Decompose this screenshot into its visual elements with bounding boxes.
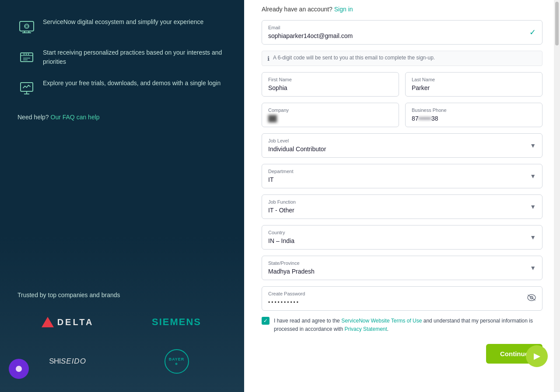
personalized-icon [18,48,36,66]
svg-point-6 [26,54,27,55]
sign-in-link[interactable]: Sign in [334,6,353,13]
feature-personalized: Start receiving personalized practices b… [18,48,227,66]
company-phone-row: Company ██ Business Phone 87••••••38 [262,103,542,133]
business-phone-value: 87••••••38 [412,115,438,122]
privacy-statement-link[interactable]: Privacy Statement [344,326,387,332]
info-message: A 6-digit code will be sent to you at th… [273,55,435,61]
trusted-title: Trusted by top companies and brands [18,291,227,298]
password-field[interactable]: Create Password •••••••••• [262,286,542,311]
job-function-label: Job Function [268,199,536,205]
brands-grid: DELTA SIEMENS SHISEIDO BAYER ⊕ [18,309,227,375]
state-dropdown-icon: ▼ [530,264,536,271]
feature-ecosystem: ServiceNow digital ecosystem and simplif… [18,17,227,36]
email-label: Email [268,25,536,30]
first-name-label: First Name [268,77,392,82]
country-field[interactable]: Country IN – India ▼ [262,225,542,250]
last-name-input[interactable] [412,84,536,91]
terms-checkbox[interactable]: ✓ [262,317,270,325]
faq-link[interactable]: Our FAQ can help [51,114,100,121]
feature-personalized-text: Start receiving personalized practices b… [43,48,227,66]
delta-triangle-icon [42,317,54,327]
brand-delta: DELTA [18,309,118,335]
last-name-label: Last Name [412,77,536,82]
job-level-label: Job Level [268,138,536,143]
job-level-value: Individual Contributor [268,146,326,153]
svg-line-15 [528,295,535,300]
feature-ecosystem-text: ServiceNow digital ecosystem and simplif… [43,17,203,27]
password-label: Create Password [268,291,536,296]
company-field[interactable]: Company ██ [262,103,399,127]
terms-text: I have read and agree to the ServiceNow … [274,317,542,333]
department-value: IT [268,176,273,183]
trusted-section: Trusted by top companies and brands DELT… [18,291,227,375]
first-name-input[interactable] [268,84,392,91]
siemens-text: SIEMENS [152,316,201,328]
department-dropdown-icon: ▼ [530,173,536,180]
chat-bubble-button[interactable] [9,359,29,379]
job-function-value: IT - Other [268,207,294,214]
registration-form: Email sophiaparker14oct@gmail.com ✓ ℹ A … [262,20,542,372]
email-field[interactable]: Email sophiaparker14oct@gmail.com ✓ [262,20,542,45]
name-row: First Name Last Name [262,72,542,103]
country-dropdown-icon: ▼ [530,234,536,241]
chat-bubble-dot-icon [16,366,22,372]
bayer-circle-icon: BAYER ⊕ [164,349,189,374]
email-check-icon: ✓ [529,28,536,37]
trials-icon [18,79,36,97]
svg-point-5 [24,54,25,55]
brand-siemens: SIEMENS [126,309,227,335]
first-name-field[interactable]: First Name [262,72,399,97]
ecosystem-icon [18,17,36,36]
checkbox-check-icon: ✓ [263,318,268,324]
country-label: Country [268,230,536,235]
job-level-dropdown-icon: ▼ [530,142,536,149]
job-function-dropdown-icon: ▼ [530,203,536,210]
business-phone-field[interactable]: Business Phone 87••••••38 [405,103,542,127]
shiseido-text: SHISEIDO [49,357,86,366]
password-toggle-icon[interactable] [527,294,536,303]
state-value: Madhya Pradesh [268,268,315,275]
email-value: sophiaparker14oct@gmail.com [268,32,353,39]
feature-trials-text: Explore your free trials, downloads, and… [43,79,220,88]
terms-row: ✓ I have read and agree to the ServiceNo… [262,317,542,333]
job-function-field[interactable]: Job Function IT - Other ▼ [262,194,542,219]
business-phone-label: Business Phone [412,108,536,113]
continue-button[interactable]: Continue ▶ [486,344,542,364]
info-icon: ℹ [267,55,270,62]
left-panel: ServiceNow digital ecosystem and simplif… [0,0,244,392]
svg-rect-0 [20,21,34,31]
state-label: State/Province [268,260,536,266]
help-text: Need help? Our FAQ can help [18,114,227,121]
scrollbar[interactable] [554,0,560,392]
brand-bayer: BAYER ⊕ [126,348,227,375]
scrollbar-thumb[interactable] [555,2,559,45]
country-value: IN – India [268,237,294,244]
continue-arrow-icon: ▶ [526,345,548,367]
state-field[interactable]: State/Province Madhya Pradesh ▼ [262,256,542,280]
company-label: Company [268,108,392,113]
svg-point-7 [28,54,29,55]
password-value: •••••••••• [268,299,300,305]
right-panel: Already have an account? Sign in Email s… [244,0,560,392]
brand-shiseido: SHISEIDO [18,348,118,375]
company-value: ██ [268,115,277,122]
delta-text: DELTA [57,317,94,327]
last-name-field[interactable]: Last Name [405,72,542,97]
department-label: Department [268,169,536,174]
job-level-field[interactable]: Job Level Individual Contributor ▼ [262,133,542,158]
already-account-text: Already have an account? Sign in [262,1,353,13]
terms-of-use-link[interactable]: ServiceNow Website Terms of Use [341,318,422,324]
info-bar: ℹ A 6-digit code will be sent to you at … [262,51,542,66]
department-field[interactable]: Department IT ▼ [262,164,542,188]
features-list: ServiceNow digital ecosystem and simplif… [18,17,227,109]
button-row: Continue ▶ [262,344,542,372]
feature-trials: Explore your free trials, downloads, and… [18,79,227,97]
